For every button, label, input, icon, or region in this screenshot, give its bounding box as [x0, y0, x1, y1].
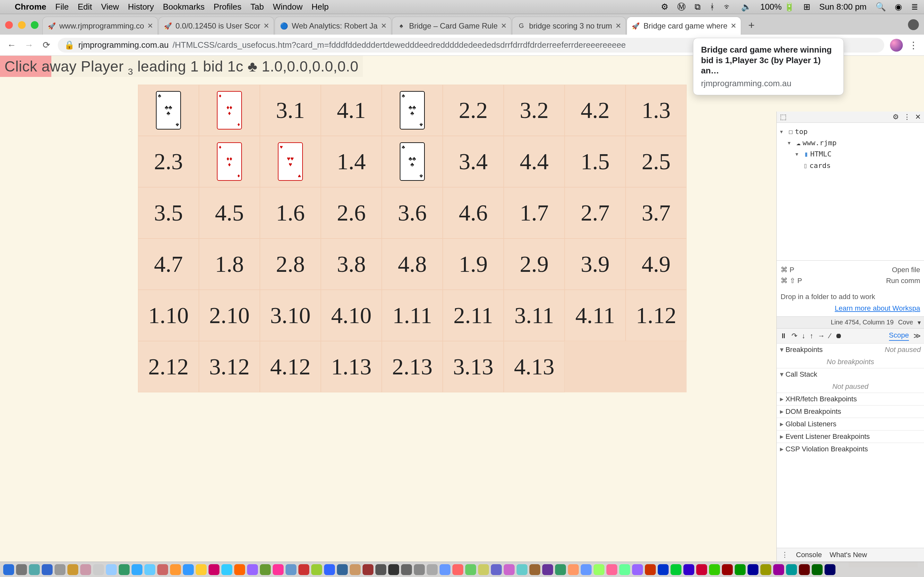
grid-cell[interactable]: 4.11 [565, 290, 626, 341]
debugger-more-tabs-icon[interactable]: ≫ [913, 332, 921, 340]
volume-icon[interactable]: 🔈 [741, 2, 751, 12]
debugger-scope-tab[interactable]: Scope [889, 331, 909, 341]
grid-cell[interactable]: 3.10 [260, 290, 321, 341]
dock-app[interactable] [67, 564, 78, 575]
grid-cell[interactable]: 3.1 [260, 85, 321, 136]
dock-app[interactable] [427, 564, 438, 575]
menu-profiles[interactable]: Profiles [214, 2, 242, 12]
grid-cell[interactable]: 4.2 [565, 85, 626, 136]
grid-cell[interactable]: 2.9 [504, 239, 565, 290]
tree-host[interactable]: www.rjmp [803, 139, 837, 147]
grid-cell[interactable]: 1.12 [626, 290, 687, 341]
dock-app[interactable] [491, 564, 502, 575]
dock-app[interactable] [132, 564, 142, 575]
grid-cell[interactable]: 1.7 [504, 187, 565, 239]
dock-app[interactable] [311, 564, 322, 575]
tree-folder[interactable]: HTMLC [811, 150, 832, 158]
grid-cell[interactable]: 4.5 [199, 187, 260, 239]
grid-cell[interactable]: 3.5 [138, 187, 199, 239]
menu-bookmarks[interactable]: Bookmarks [163, 2, 205, 12]
dock-app[interactable] [273, 564, 284, 575]
tab-1[interactable]: 🚀 www.rjmprogramming.co ✕ [42, 17, 158, 35]
siri-icon[interactable]: ◉ [895, 2, 902, 12]
grid-cell[interactable]: 1.5 [565, 136, 626, 187]
window-zoom-button[interactable] [31, 21, 39, 29]
dock-app[interactable] [683, 564, 694, 575]
tree-file[interactable]: cards [809, 161, 830, 169]
grid-cell[interactable]: 3.8 [321, 239, 382, 290]
debugger-step-over-icon[interactable]: ↷ [792, 332, 797, 340]
dock-app[interactable] [645, 564, 656, 575]
dock-app[interactable] [144, 564, 155, 575]
section-global[interactable]: Global Listeners [777, 418, 924, 430]
dock-app[interactable] [760, 564, 771, 575]
dock-app[interactable] [658, 564, 669, 575]
debugger-step-out-icon[interactable]: ↑ [810, 332, 813, 340]
dock-app[interactable] [298, 564, 309, 575]
debugger-pause-exceptions-icon[interactable]: ⏺ [835, 332, 842, 340]
grid-cell[interactable]: 2.12 [138, 341, 199, 392]
grid-cell[interactable]: ♣♣♣♣♣ [138, 85, 199, 136]
dock-app[interactable] [55, 564, 65, 575]
tab-6-close-icon[interactable]: ✕ [730, 22, 736, 30]
grid-cell[interactable]: 2.10 [199, 290, 260, 341]
grid-cell[interactable]: 1.13 [321, 341, 382, 392]
section-dom[interactable]: DOM Breakpoints [777, 406, 924, 418]
menu-view[interactable]: View [101, 2, 119, 12]
tab-search-icon[interactable] [908, 19, 919, 30]
reload-button[interactable]: ⟳ [40, 40, 52, 50]
dock-app[interactable] [478, 564, 489, 575]
battery-status[interactable]: 100% 🔋 [760, 2, 795, 12]
tab-3[interactable]: 🔵 Web Analytics: Robert Ja ✕ [275, 17, 391, 35]
tab-2-close-icon[interactable]: ✕ [263, 22, 269, 30]
playing-card[interactable]: ♣♣♣♣♣ [400, 91, 425, 129]
control-center-icon[interactable]: ⊞ [803, 2, 811, 12]
grid-cell[interactable]: 4.7 [138, 239, 199, 290]
section-csp[interactable]: CSP Violation Breakpoints [777, 443, 924, 455]
dock-app[interactable] [363, 564, 373, 575]
dock-app[interactable] [568, 564, 579, 575]
grid-cell[interactable]: 4.9 [626, 239, 687, 290]
dock-app[interactable] [106, 564, 117, 575]
dock-app[interactable] [350, 564, 360, 575]
grid-cell[interactable]: ♣♣♣♣♣ [382, 85, 443, 136]
dock-app[interactable] [812, 564, 822, 575]
dock-app[interactable] [439, 564, 451, 575]
section-xhr[interactable]: XHR/fetch Breakpoints [777, 393, 924, 405]
bluetooth-icon[interactable]: ᚼ [710, 2, 715, 12]
menu-help[interactable]: Help [312, 2, 328, 12]
forward-button[interactable]: → [23, 40, 35, 50]
dock-app[interactable] [286, 564, 296, 575]
devtools-settings-icon[interactable]: ⚙ [893, 113, 899, 121]
devtools-kebab-icon[interactable]: ⋮ [903, 113, 911, 121]
spotlight-icon[interactable]: 🔍 [876, 2, 886, 12]
coverage-label[interactable]: Cove [898, 319, 913, 326]
learn-more-link[interactable]: Learn more about Workspa [835, 304, 920, 312]
dock-app[interactable] [773, 564, 784, 575]
grid-cell[interactable]: 3.7 [626, 187, 687, 239]
section-callstack[interactable]: Call Stack [777, 368, 924, 380]
grid-cell[interactable]: 4.6 [443, 187, 504, 239]
dock-app[interactable] [208, 564, 220, 575]
grid-cell[interactable]: 4.12 [260, 341, 321, 392]
dock-app[interactable] [16, 564, 27, 575]
debugger-pause-icon[interactable]: ⏸ [780, 332, 787, 340]
dock-app[interactable] [196, 564, 207, 575]
dock-app[interactable] [337, 564, 348, 575]
playing-card[interactable]: ♣♣♣♣♣ [400, 142, 425, 181]
grid-cell[interactable]: 1.4 [321, 136, 382, 187]
dock-app[interactable] [42, 564, 53, 575]
grid-cell[interactable]: 1.6 [260, 187, 321, 239]
dock-app[interactable] [696, 564, 707, 575]
drawer-tab-console[interactable]: Console [796, 551, 822, 559]
dock-app[interactable] [581, 564, 591, 575]
dock-app[interactable] [3, 564, 14, 575]
tab-4-close-icon[interactable]: ✕ [501, 22, 507, 30]
coverage-dropdown-icon[interactable]: ▾ [918, 319, 921, 326]
menubar-app-name[interactable]: Chrome [15, 2, 46, 12]
profile-avatar[interactable] [890, 39, 903, 52]
grid-cell[interactable]: 2.5 [626, 136, 687, 187]
grid-cell[interactable]: 3.11 [504, 290, 565, 341]
dock-app[interactable] [465, 564, 476, 575]
dock-app[interactable] [247, 564, 258, 575]
